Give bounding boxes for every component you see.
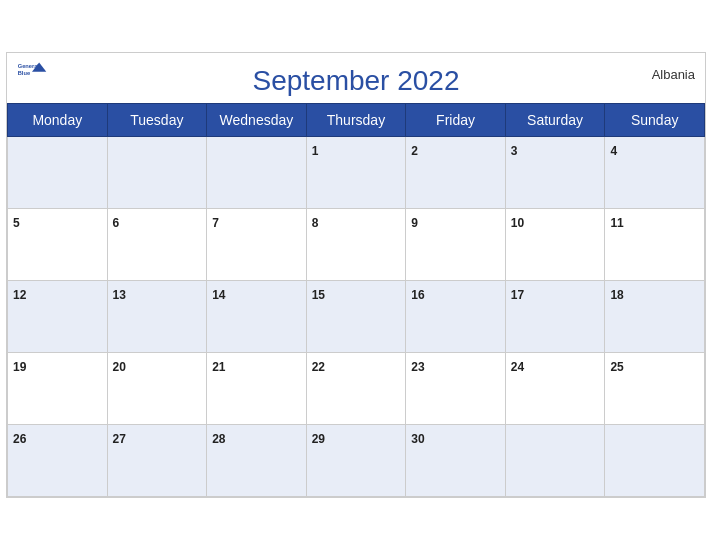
calendar-cell: 20: [107, 353, 207, 425]
calendar-cell: 8: [306, 209, 406, 281]
weekday-thursday: Thursday: [306, 104, 406, 137]
calendar-cell: 18: [605, 281, 705, 353]
calendar-cell: 12: [8, 281, 108, 353]
calendar-week-row: 19202122232425: [8, 353, 705, 425]
day-number: 24: [511, 360, 524, 374]
day-number: 2: [411, 144, 418, 158]
calendar-header: General Blue September 2022 Albania: [7, 53, 705, 103]
logo-area: General Blue: [17, 61, 47, 81]
day-number: 12: [13, 288, 26, 302]
calendar-cell: 15: [306, 281, 406, 353]
calendar-cell: 27: [107, 425, 207, 497]
calendar-cell: 19: [8, 353, 108, 425]
weekday-saturday: Saturday: [505, 104, 605, 137]
calendar-cell: 25: [605, 353, 705, 425]
calendar-cell: 7: [207, 209, 307, 281]
country-label: Albania: [652, 67, 695, 82]
day-number: 3: [511, 144, 518, 158]
calendar-cell: 17: [505, 281, 605, 353]
calendar-cell: 4: [605, 137, 705, 209]
weekday-sunday: Sunday: [605, 104, 705, 137]
day-number: 30: [411, 432, 424, 446]
day-number: 14: [212, 288, 225, 302]
calendar-cell: 11: [605, 209, 705, 281]
day-number: 20: [113, 360, 126, 374]
day-number: 19: [13, 360, 26, 374]
calendar-week-row: 567891011: [8, 209, 705, 281]
day-number: 26: [13, 432, 26, 446]
calendar-cell: 3: [505, 137, 605, 209]
calendar-grid: Monday Tuesday Wednesday Thursday Friday…: [7, 103, 705, 497]
calendar-cell: [605, 425, 705, 497]
calendar-week-row: 1234: [8, 137, 705, 209]
calendar-cell: 30: [406, 425, 506, 497]
day-number: 9: [411, 216, 418, 230]
calendar-cell: 23: [406, 353, 506, 425]
calendar-cell: 1: [306, 137, 406, 209]
weekday-header-row: Monday Tuesday Wednesday Thursday Friday…: [8, 104, 705, 137]
day-number: 16: [411, 288, 424, 302]
day-number: 4: [610, 144, 617, 158]
calendar-cell: 28: [207, 425, 307, 497]
weekday-tuesday: Tuesday: [107, 104, 207, 137]
day-number: 17: [511, 288, 524, 302]
calendar-title: September 2022: [252, 65, 459, 97]
calendar-week-row: 12131415161718: [8, 281, 705, 353]
calendar-cell: 21: [207, 353, 307, 425]
calendar-week-row: 2627282930: [8, 425, 705, 497]
day-number: 18: [610, 288, 623, 302]
day-number: 6: [113, 216, 120, 230]
calendar-cell: 22: [306, 353, 406, 425]
calendar-cell: 9: [406, 209, 506, 281]
calendar-cell: 14: [207, 281, 307, 353]
calendar-cell: 26: [8, 425, 108, 497]
calendar-cell: [8, 137, 108, 209]
calendar-cell: 29: [306, 425, 406, 497]
weekday-friday: Friday: [406, 104, 506, 137]
day-number: 15: [312, 288, 325, 302]
day-number: 11: [610, 216, 623, 230]
day-number: 22: [312, 360, 325, 374]
day-number: 28: [212, 432, 225, 446]
calendar-cell: 5: [8, 209, 108, 281]
day-number: 1: [312, 144, 319, 158]
calendar-cell: 16: [406, 281, 506, 353]
day-number: 21: [212, 360, 225, 374]
calendar-cell: 2: [406, 137, 506, 209]
calendar-container: General Blue September 2022 Albania Mond…: [6, 52, 706, 498]
weekday-wednesday: Wednesday: [207, 104, 307, 137]
calendar-cell: 6: [107, 209, 207, 281]
day-number: 10: [511, 216, 524, 230]
day-number: 7: [212, 216, 219, 230]
calendar-cell: [505, 425, 605, 497]
calendar-cell: 13: [107, 281, 207, 353]
day-number: 27: [113, 432, 126, 446]
day-number: 25: [610, 360, 623, 374]
day-number: 5: [13, 216, 20, 230]
general-blue-logo-icon: General Blue: [17, 61, 47, 81]
svg-text:Blue: Blue: [18, 70, 30, 76]
weekday-monday: Monday: [8, 104, 108, 137]
day-number: 29: [312, 432, 325, 446]
calendar-cell: [107, 137, 207, 209]
calendar-cell: 24: [505, 353, 605, 425]
day-number: 13: [113, 288, 126, 302]
day-number: 23: [411, 360, 424, 374]
calendar-cell: 10: [505, 209, 605, 281]
calendar-cell: [207, 137, 307, 209]
day-number: 8: [312, 216, 319, 230]
